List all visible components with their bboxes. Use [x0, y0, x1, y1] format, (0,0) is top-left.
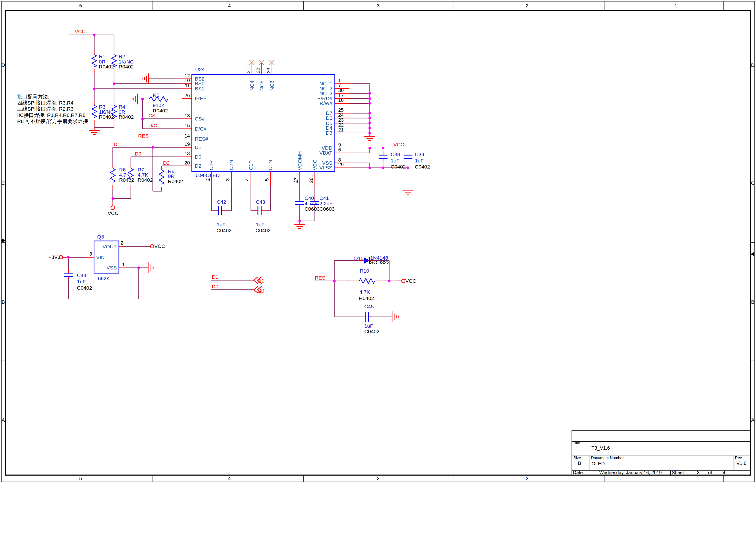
fp-c39: C0402: [415, 164, 430, 170]
ref-c39: C39: [415, 151, 424, 157]
num-24: 24: [338, 112, 344, 118]
pin-vcomh: VCOMH: [297, 151, 303, 170]
fp-r1: R0402: [99, 64, 114, 69]
ref-r1: R1: [99, 53, 105, 59]
net-res: RES: [138, 133, 149, 139]
ref-c40: C40: [305, 195, 314, 201]
vcc-port-circle-1: [111, 206, 115, 210]
num-11: 11: [185, 83, 190, 89]
zone-right-d: D: [751, 62, 755, 68]
net-d2: D2: [163, 160, 170, 166]
port-vcc-res: VCC: [405, 278, 416, 284]
val-u24: 0.96OLED: [196, 172, 220, 178]
size-label: Size: [574, 455, 581, 460]
date-label: Date:: [573, 470, 584, 475]
val-r5: 910K: [153, 102, 165, 108]
num-28: 28: [309, 177, 314, 183]
vcc-port-circle-res: [402, 279, 405, 283]
title-label: Title: [573, 441, 580, 445]
pin-vcc-ic: VCC: [312, 160, 318, 170]
ref-c42: C42: [217, 199, 226, 205]
fp-c40: C0603: [305, 206, 320, 212]
pin-bs1: BS1: [195, 86, 204, 92]
num-4: 4: [244, 178, 250, 181]
num-5: 5: [264, 178, 270, 181]
zone-right-a: A: [751, 417, 754, 423]
note-line-4: IIC接口焊接: R1,R4,R6,R7,R8: [17, 112, 85, 118]
gnd-icon-r3: [89, 131, 100, 135]
val-c44: 1uF: [77, 279, 86, 284]
val-c45: 1uF: [364, 323, 373, 329]
pin-vin: VIN: [96, 254, 105, 260]
fp-c45: C0402: [364, 329, 379, 334]
ref-c41: C41: [319, 195, 329, 201]
ref-d15: D15: [354, 255, 364, 261]
pin-c1p: C1P: [248, 160, 254, 170]
pin-res: RES#: [195, 136, 208, 142]
gnd-icon-c39: [403, 190, 414, 194]
pin-cs: CS#: [195, 116, 205, 121]
wire-ic-right: [349, 84, 408, 186]
fp-c41: C0603: [319, 206, 335, 212]
fp-c44: C0402: [77, 285, 92, 291]
note-line-3: 三线SPI接口焊接: R2,R3: [17, 106, 73, 112]
zone-top-5: 5: [79, 3, 82, 9]
sheet-of-label: of: [708, 470, 712, 475]
junction-dots: [67, 34, 409, 282]
gnd-icon-iref: [132, 93, 138, 104]
pin-stubs: [63, 51, 408, 317]
rev-label: Rev: [735, 455, 742, 460]
val-r10: 4.7K: [359, 289, 370, 295]
num-31: 31: [246, 68, 251, 73]
schematic-labels: 5432154321DCBADCBA接口配置方法:四线SPI接口焊接: R3,R…: [2, 3, 755, 482]
sheet-number: 3: [697, 470, 699, 475]
zone-bottom-4: 4: [228, 476, 231, 481]
sheet-label: Sheet: [672, 470, 684, 475]
ref-r2: R2: [119, 53, 125, 59]
zone-top-2: 2: [526, 3, 528, 9]
fp-r10: R0402: [359, 295, 374, 301]
resistor-r6-symbol: [110, 168, 115, 182]
num-3: 3: [225, 178, 230, 181]
val-q3: 662K: [98, 276, 110, 281]
vcc-port-circle-q3: [150, 245, 154, 248]
fp-r4: R0402: [119, 114, 134, 120]
net-d0-right: D0: [257, 288, 264, 294]
ref-u24: U24: [195, 67, 205, 72]
zone-left-c: C: [2, 180, 5, 186]
num-20: 20: [184, 160, 190, 166]
resistor-r3-symbol: [92, 105, 97, 118]
num-27: 27: [293, 177, 299, 183]
pin-nc6: NC6: [269, 81, 275, 91]
port-vcc-q3: VCC: [154, 243, 165, 249]
fp-r6: R0402: [119, 177, 134, 183]
ref-c44: C44: [77, 272, 86, 278]
component-symbols: [64, 55, 412, 322]
zone-top-3: 3: [377, 3, 380, 9]
pin-d2: D2: [195, 163, 201, 169]
pin-vlss: VLSS: [319, 165, 332, 171]
capacitor-c44-symbol: [64, 273, 73, 276]
pin-d3: D3: [326, 130, 333, 136]
num-10: 10: [184, 78, 190, 83]
net-d0-left: D0: [212, 283, 218, 289]
num-29: 29: [338, 162, 344, 167]
pin-vout: VOUT: [102, 244, 117, 250]
capacitor-c42-symbol: [218, 206, 222, 215]
capacitor-c39-symbol: [404, 155, 412, 158]
sheet-alignment-arrow-left: [1, 238, 5, 242]
pin-c1n: C1N: [267, 160, 273, 170]
port-3v3: +3V3: [48, 254, 61, 260]
val-c40: 4.7uF: [305, 200, 318, 206]
capacitor-c40-symbol: [295, 201, 304, 205]
zone-left-a: A: [2, 417, 5, 423]
zone-bottom-5: 5: [79, 476, 82, 481]
doc-number-value: OLED: [591, 461, 605, 467]
ref-c45: C45: [364, 304, 374, 309]
zone-right-c: C: [751, 180, 755, 186]
val-c41: 2.2uF: [319, 200, 333, 206]
port-vcc-1: VCC: [108, 210, 119, 216]
val-c42: 1uF: [217, 222, 226, 227]
net-dc: D/C: [148, 122, 157, 128]
num-q3-1: 1: [122, 262, 125, 267]
